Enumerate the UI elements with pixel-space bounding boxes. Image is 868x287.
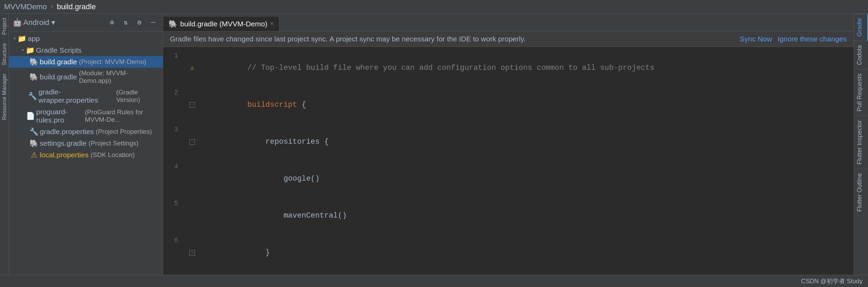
status-text-csdn: CSDN @初学者 Study (801, 277, 863, 285)
code-line-1: 1 ⚠ // Top-level build file where you ca… (163, 50, 854, 87)
tree-sublabel: (Module: MVVM-Demo.app) (79, 69, 160, 84)
right-panel-tab-flutter-inspector[interactable]: Flutter Inspector (854, 116, 868, 169)
right-panel-tab-codota[interactable]: Codota (854, 41, 868, 69)
line-content-7: dependencies { (201, 271, 854, 275)
warning-icon: ⚠ (190, 62, 194, 74)
tree-item-build-gradle-project[interactable]: 🐘 build.gradle (Project: MVVM-Demo) (9, 56, 163, 68)
minimize-icon-btn[interactable]: — (148, 17, 159, 28)
line-num-2: 2 (163, 87, 184, 123)
tree-sublabel: (SDK Location) (90, 151, 135, 159)
gutter-6: + (184, 234, 201, 271)
gradle-properties-icon: 🔧 (30, 128, 38, 135)
settings-icon-btn[interactable]: ⚙ (134, 17, 145, 28)
code-line-5: 5 mavenCentral() (163, 197, 854, 234)
tree-item-local-properties[interactable]: ⚠ local.properties (SDK Location) (9, 149, 163, 161)
code-line-2: 2 - buildscript { (163, 87, 854, 123)
chevron-icon: ▸ (12, 38, 18, 40)
line-num-7: 7 (163, 271, 184, 275)
tree-label: gradle-wrapper.properties (38, 88, 114, 104)
line-num-1: 1 (163, 50, 184, 87)
code-editor[interactable]: 1 ⚠ // Top-level build file where you ca… (163, 47, 854, 275)
file-tree: ▸ 📁 app ▸ 📁 Gradle Scripts 🐘 build.gradl… (9, 31, 163, 275)
editor-tab-build-gradle[interactable]: 🐘 build.gradle (MVVM-Demo) × (163, 16, 280, 31)
tree-sublabel: (Project Settings) (89, 140, 139, 147)
title-separator: › (50, 2, 54, 11)
gutter-4 (184, 160, 201, 197)
editor-area: 🐘 build.gradle (MVVM-Demo) × Gradle file… (163, 14, 854, 275)
line-content-2: buildscript { (201, 87, 854, 123)
sync-now-link[interactable]: Sync Now (740, 35, 772, 43)
project-name: MVVMDemo (4, 2, 47, 11)
left-tab-structure[interactable]: Structure (0, 39, 9, 69)
status-bar-right: CSDN @初学者 Study (801, 277, 863, 285)
sidebar: 🤖 Android ▾ ⊕ ⇅ ⚙ — ▸ 📁 app ▸ (9, 14, 163, 275)
tree-item-gradle-properties[interactable]: 🔧 gradle.properties (Project Properties) (9, 126, 163, 138)
tree-item-build-gradle-module[interactable]: 🐘 build.gradle (Module: MVVM-Demo.app) (9, 68, 163, 86)
tree-label: local.properties (40, 151, 88, 159)
line-num-4: 4 (163, 160, 184, 197)
tree-item-settings-gradle[interactable]: 🐘 settings.gradle (Project Settings) (9, 138, 163, 149)
proguard-icon: 📄 (27, 112, 34, 120)
fold-icon[interactable]: - (189, 102, 195, 108)
line-content-1: // Top-level build file where you can ad… (201, 50, 854, 87)
right-panel-tab-flutter-outline[interactable]: Flutter Outline (854, 169, 868, 216)
sync-banner-message: Gradle files have changed since last pro… (170, 35, 734, 43)
line-num-6: 6 (163, 234, 184, 271)
sync-icon-btn[interactable]: ⊕ (107, 17, 117, 28)
tree-label: proguard-rules.pro (36, 108, 83, 124)
ignore-changes-link[interactable]: Ignore these changes (778, 35, 847, 43)
code-line-7: 7 ▶ - dependencies { (163, 271, 854, 275)
gradle-icon: 🐘 (30, 58, 38, 66)
code-keyword: buildscript (247, 101, 297, 109)
tab-label: build.gradle (MVVM-Demo) (180, 20, 267, 28)
tree-label: build.gradle (40, 73, 77, 81)
code-line-3: 3 - repositories { (163, 123, 854, 160)
tree-label: app (28, 35, 40, 43)
line-content-3: repositories { (201, 123, 854, 160)
left-panel-tabs: Project Structure Resource Manager (0, 14, 9, 275)
tree-label: Gradle Scripts (36, 46, 82, 54)
settings-gradle-icon: 🐘 (30, 140, 38, 147)
tab-bar: 🐘 build.gradle (MVVM-Demo) × (163, 14, 854, 31)
gutter-7: ▶ - (184, 271, 201, 275)
line-num-5: 5 (163, 197, 184, 234)
fold-icon[interactable]: - (189, 139, 195, 145)
gradle-scripts-icon: 📁 (26, 47, 34, 54)
left-tab-resource[interactable]: Resource Manager (0, 69, 9, 124)
tab-close-button[interactable]: × (270, 20, 274, 27)
title-filename: build.gradle (57, 2, 96, 11)
tab-gradle-icon: 🐘 (169, 20, 177, 28)
folder-icon: 📁 (18, 35, 26, 42)
left-tab-project[interactable]: Project (0, 14, 9, 39)
gutter-5 (184, 197, 201, 234)
tree-item-app[interactable]: ▸ 📁 app (9, 33, 163, 44)
tree-sublabel: (ProGuard Rules for MVVM-De... (85, 108, 160, 123)
status-bar: CSDN @初学者 Study (0, 275, 868, 287)
chevron-icon: ▸ (21, 49, 26, 52)
code-line-6: 6 + } (163, 234, 854, 271)
gutter-3: - (184, 123, 201, 160)
main-layout: Project Structure Resource Manager 🤖 And… (0, 14, 868, 275)
right-panel-tab-gradle[interactable]: Gradle (854, 14, 868, 41)
local-properties-icon: ⚠ (30, 151, 38, 159)
gradle-icon: 🐘 (30, 73, 38, 81)
sidebar-toolbar-icons: ⊕ ⇅ ⚙ — (107, 17, 159, 28)
android-icon: 🤖 (13, 18, 21, 27)
right-panel-tab-pull-requests[interactable]: Pull Requests (854, 69, 868, 116)
right-panels: Gradle Codota Pull Requests Flutter Insp… (854, 14, 868, 275)
android-selector[interactable]: 🤖 Android ▾ (13, 18, 55, 27)
sidebar-toolbar: 🤖 Android ▾ ⊕ ⇅ ⚙ — (9, 14, 163, 31)
tree-label: build.gradle (40, 58, 77, 66)
fold-icon[interactable]: + (189, 250, 195, 256)
tree-item-proguard[interactable]: 📄 proguard-rules.pro (ProGuard Rules for… (9, 106, 163, 126)
tree-item-gradle-wrapper[interactable]: 🔧 gradle-wrapper.properties (Gradle Vers… (9, 86, 163, 106)
tree-item-gradle-scripts[interactable]: ▸ 📁 Gradle Scripts (9, 44, 163, 56)
tree-sublabel: (Project Properties) (96, 128, 152, 135)
tree-sublabel: (Gradle Version) (116, 89, 160, 104)
collapse-icon-btn[interactable]: ⇅ (120, 17, 131, 28)
title-bar: MVVMDemo › build.gradle (0, 0, 868, 14)
line-num-3: 3 (163, 123, 184, 160)
gutter-1: ⚠ (184, 50, 201, 87)
android-label: Android (23, 18, 49, 27)
code-comment: // Top-level build file where you can ad… (247, 64, 654, 72)
